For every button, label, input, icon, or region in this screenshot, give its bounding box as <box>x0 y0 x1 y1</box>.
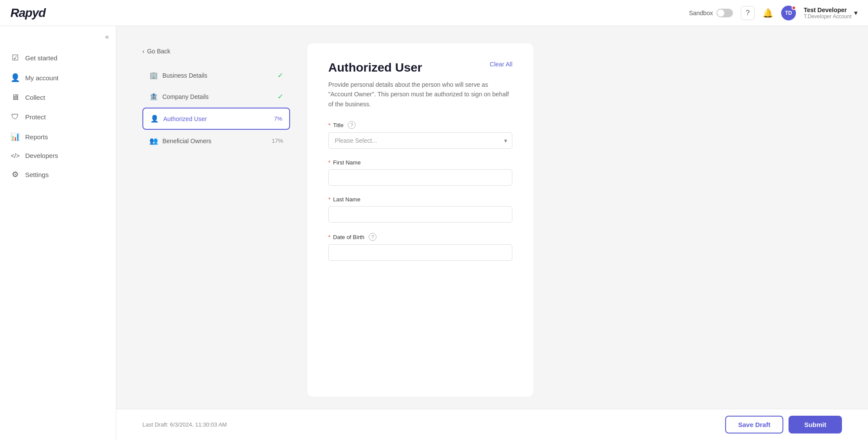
form-header: Authorized User Clear All <box>328 61 512 75</box>
avatar: TD <box>781 6 796 20</box>
first-name-label: * First Name <box>328 159 512 166</box>
step-label: Business Details <box>162 72 208 79</box>
step-company-details[interactable]: 🏦 Company Details ✓ <box>142 86 290 107</box>
sidebar-collapse-button[interactable]: « <box>0 33 116 48</box>
help-icon[interactable]: ? <box>741 6 755 20</box>
go-back-button[interactable]: ‹ Go Back <box>142 48 290 55</box>
sandbox-label: Sandbox <box>689 10 713 16</box>
required-star: * <box>328 234 330 240</box>
collect-icon: 🖥 <box>10 93 20 102</box>
logo: Rapyd <box>10 6 46 20</box>
first-name-input[interactable] <box>328 169 512 186</box>
label-text: Last Name <box>333 196 360 203</box>
step-left: 🏦 Company Details <box>149 92 209 101</box>
dob-help-icon[interactable]: ? <box>369 233 376 241</box>
form-panel: Authorized User Clear All Provide person… <box>307 43 533 397</box>
step-left: 👤 Authorized User <box>150 115 207 123</box>
last-draft: Last Draft: 6/3/2024, 11:30:03 AM <box>142 421 227 428</box>
clear-all-button[interactable]: Clear All <box>490 61 512 68</box>
date-of-birth-input[interactable] <box>328 244 512 261</box>
steps-panel: ‹ Go Back 🏢 Business Details ✓ 🏦 Company… <box>142 43 290 397</box>
step-left: 🏢 Business Details <box>149 71 208 79</box>
title-select-wrapper: Please Select... Mr. Ms. Mrs. Dr. ▾ <box>328 132 512 149</box>
notification-bell[interactable]: 🔔 <box>762 8 773 18</box>
footer-buttons: Save Draft Submit <box>725 416 842 433</box>
form-title: Authorized User <box>328 61 422 75</box>
company-icon: 🏦 <box>149 92 158 101</box>
label-text: Date of Birth <box>333 234 364 240</box>
step-business-details[interactable]: 🏢 Business Details ✓ <box>142 65 290 85</box>
toggle-thumb <box>717 10 724 16</box>
step-beneficial-owners[interactable]: 👥 Beneficial Owners 17% <box>142 131 290 151</box>
avatar-dot <box>792 6 796 10</box>
title-label: * Title ? <box>328 121 512 129</box>
user-info: Test Developer T.Developer Account <box>804 7 851 20</box>
step-check-icon: ✓ <box>277 71 283 79</box>
building-icon: 🏢 <box>149 71 158 79</box>
save-draft-button[interactable]: Save Draft <box>725 416 783 433</box>
last-name-label: * Last Name <box>328 196 512 203</box>
sidebar-item-label: Reports <box>25 133 48 141</box>
sidebar-item-label: Protect <box>25 113 46 121</box>
sidebar-item-get-started[interactable]: ☑ Get started <box>0 48 116 68</box>
sidebar-item-label: Collect <box>25 94 45 101</box>
go-back-label: Go Back <box>147 48 171 55</box>
sidebar-item-label: My account <box>25 74 59 82</box>
step-percent: 17% <box>272 138 283 144</box>
form-footer: Last Draft: 6/3/2024, 11:30:03 AM Save D… <box>116 409 868 440</box>
step-left: 👥 Beneficial Owners <box>149 137 211 145</box>
required-star: * <box>328 159 330 166</box>
collapse-icon: « <box>105 33 109 41</box>
first-name-field: * First Name <box>328 159 512 186</box>
user-name: Test Developer <box>804 7 851 13</box>
title-help-icon[interactable]: ? <box>348 121 356 129</box>
sidebar-item-label: Settings <box>25 171 49 178</box>
submit-button[interactable]: Submit <box>789 416 842 433</box>
user-chevron-icon: ▾ <box>854 9 858 17</box>
sidebar: « ☑ Get started 👤 My account 🖥 Collect 🛡… <box>0 26 116 440</box>
title-select[interactable]: Please Select... Mr. Ms. Mrs. Dr. <box>328 132 512 149</box>
header: Rapyd Sandbox ? 🔔 TD Test Developer T.De… <box>0 0 868 26</box>
title-field: * Title ? Please Select... Mr. Ms. Mrs. … <box>328 121 512 149</box>
sidebar-item-settings[interactable]: ⚙ Settings <box>0 164 116 184</box>
last-name-input[interactable] <box>328 206 512 223</box>
step-authorized-user[interactable]: 👤 Authorized User 7% <box>142 108 290 130</box>
protect-icon: 🛡 <box>10 112 20 121</box>
get-started-icon: ☑ <box>10 53 20 62</box>
required-star: * <box>328 122 330 128</box>
main-content: ‹ Go Back 🏢 Business Details ✓ 🏦 Company… <box>116 26 868 440</box>
reports-icon: 📊 <box>10 132 20 141</box>
user-account: T.Developer Account <box>804 13 851 20</box>
developers-icon: </> <box>10 152 20 159</box>
beneficial-owners-icon: 👥 <box>149 137 158 145</box>
date-of-birth-label: * Date of Birth ? <box>328 233 512 241</box>
authorized-user-icon: 👤 <box>150 115 159 123</box>
label-text: First Name <box>333 159 361 166</box>
sandbox-toggle[interactable]: Sandbox <box>689 9 733 17</box>
go-back-chevron-icon: ‹ <box>142 48 145 55</box>
step-label: Authorized User <box>163 115 207 122</box>
my-account-icon: 👤 <box>10 73 20 82</box>
toggle-track[interactable] <box>716 9 733 17</box>
sidebar-item-label: Get started <box>25 54 57 62</box>
step-check-icon: ✓ <box>277 92 283 101</box>
header-right: Sandbox ? 🔔 TD Test Developer T.Develope… <box>689 6 858 20</box>
form-description: Provide personal details about the perso… <box>328 80 512 109</box>
sidebar-item-my-account[interactable]: 👤 My account <box>0 68 116 88</box>
label-text: Title <box>333 122 343 128</box>
step-label: Beneficial Owners <box>162 138 211 144</box>
sidebar-item-label: Developers <box>25 152 58 159</box>
sidebar-item-protect[interactable]: 🛡 Protect <box>0 107 116 127</box>
step-percent: 7% <box>274 115 282 122</box>
last-name-field: * Last Name <box>328 196 512 223</box>
required-star: * <box>328 196 330 203</box>
user-dropdown[interactable]: Test Developer T.Developer Account ▾ <box>804 7 858 20</box>
settings-icon: ⚙ <box>10 170 20 179</box>
sidebar-item-reports[interactable]: 📊 Reports <box>0 127 116 147</box>
sidebar-item-collect[interactable]: 🖥 Collect <box>0 88 116 107</box>
step-label: Company Details <box>162 93 209 100</box>
sidebar-item-developers[interactable]: </> Developers <box>0 147 116 164</box>
avatar-initials: TD <box>785 10 792 16</box>
date-of-birth-field: * Date of Birth ? <box>328 233 512 261</box>
